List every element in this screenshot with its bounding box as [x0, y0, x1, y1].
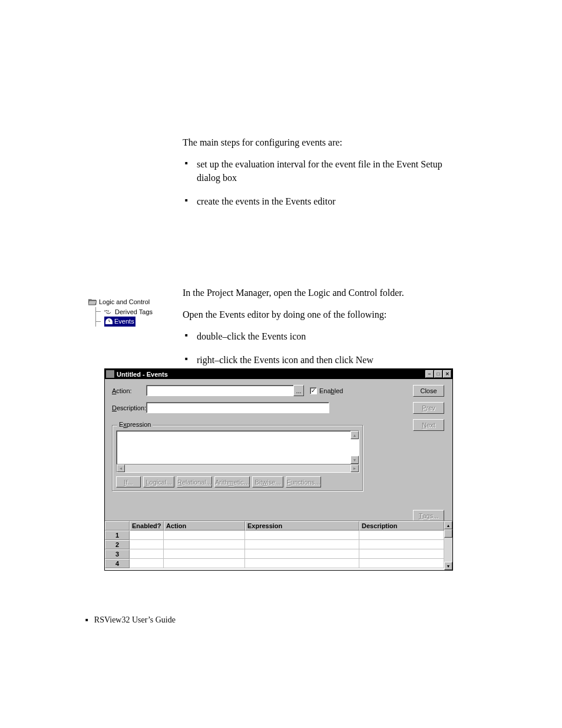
footer-text: RSView32 User’s Guide: [94, 615, 176, 625]
cell[interactable]: [359, 531, 444, 540]
horizontal-scrollbar[interactable]: ◄ ►: [117, 464, 359, 472]
arithmetic-button[interactable]: Arithmetic...: [214, 476, 250, 487]
expression-textarea[interactable]: ▲ ▼ ◄ ►: [116, 430, 359, 473]
folder-open-icon: [88, 299, 97, 305]
enabled-label: Enabled: [319, 387, 343, 394]
action-browse-button[interactable]: ...: [293, 385, 304, 396]
cell[interactable]: [130, 559, 164, 568]
intro-paragraph: The main steps for configuring events ar…: [183, 136, 459, 149]
derived-tags-icon: x=y: [104, 308, 113, 315]
table-row[interactable]: 2: [105, 540, 444, 549]
bullet-create-events: create the events in the Events editor: [197, 195, 459, 208]
tree-label: Derived Tags: [115, 307, 153, 317]
col-action[interactable]: Action: [164, 521, 245, 531]
row-header[interactable]: 4: [105, 559, 130, 568]
cell[interactable]: [359, 549, 444, 559]
events-editor-window: Untitled - Events − □ ✕ Action: ... ✓ En…: [104, 368, 453, 571]
page-footer: ■ RSView32 User’s Guide: [85, 615, 176, 625]
cell[interactable]: [245, 531, 359, 540]
cell[interactable]: [359, 559, 444, 568]
col-enabled[interactable]: Enabled?: [130, 521, 164, 531]
scroll-down-button[interactable]: ▼: [351, 456, 359, 464]
titlebar[interactable]: Untitled - Events − □ ✕: [105, 369, 452, 379]
col-expression[interactable]: Expression: [245, 521, 359, 531]
tree-node-logic-control[interactable]: Logic and Control: [88, 297, 165, 307]
cell[interactable]: [164, 540, 245, 549]
cell[interactable]: [245, 549, 359, 559]
checkbox-icon: ✓: [310, 387, 317, 394]
bitwise-button[interactable]: Bitwise...: [252, 476, 283, 487]
grid-scrollbar[interactable]: ▲ ▼: [444, 521, 452, 570]
cell[interactable]: [164, 531, 245, 540]
bullet-icon: ■: [85, 617, 88, 622]
tree-label: Events: [114, 317, 134, 327]
grid-header: Enabled? Action Expression Description: [105, 521, 444, 531]
prev-button[interactable]: Prev: [413, 402, 444, 414]
description-input[interactable]: [146, 402, 329, 413]
paragraph-open-editor: Open the Events editor by doing one of t…: [183, 308, 489, 321]
logical-button[interactable]: Logical...: [143, 476, 174, 487]
bullet-double-click: double–click the Events icon: [197, 330, 489, 343]
minimize-button[interactable]: −: [425, 370, 434, 378]
cell[interactable]: [130, 531, 164, 540]
row-header[interactable]: 2: [105, 540, 130, 549]
restore-button[interactable]: □: [434, 370, 442, 378]
cell[interactable]: [130, 549, 164, 559]
cell[interactable]: [164, 559, 245, 568]
grid-corner[interactable]: [105, 521, 130, 531]
scroll-left-button[interactable]: ◄: [117, 465, 125, 472]
bullet-right-click: right–click the Events icon and then cli…: [197, 353, 489, 367]
tree-label: Logic and Control: [99, 297, 150, 307]
window-icon: [106, 370, 114, 378]
window-title: Untitled - Events: [117, 371, 168, 378]
tags-button[interactable]: Tags...: [413, 510, 444, 522]
description-label: Description:: [112, 404, 146, 411]
project-tree: Logic and Control x=y Derived Tags Event…: [88, 297, 165, 327]
scroll-right-button[interactable]: ►: [351, 465, 359, 472]
table-row[interactable]: 4: [105, 559, 444, 568]
action-label: Action:: [112, 387, 146, 394]
table-row[interactable]: 3: [105, 549, 444, 559]
tree-node-derived-tags[interactable]: x=y Derived Tags: [95, 307, 165, 317]
relational-button[interactable]: Relational...: [177, 476, 212, 487]
functions-button[interactable]: Functions...: [286, 476, 321, 487]
col-description[interactable]: Description: [359, 521, 444, 531]
enabled-checkbox[interactable]: ✓ Enabled: [310, 387, 343, 394]
expression-group: Expression ▲ ▼ ◄ ► If... Logical... Rela…: [112, 425, 363, 492]
action-input[interactable]: [146, 385, 294, 396]
events-icon: [105, 318, 113, 324]
row-header[interactable]: 1: [105, 531, 130, 540]
table-row[interactable]: 1: [105, 531, 444, 540]
tree-node-events[interactable]: Events: [95, 317, 165, 327]
cell[interactable]: [164, 549, 245, 559]
scroll-up-button[interactable]: ▲: [444, 521, 452, 529]
expression-legend: Expression: [117, 421, 153, 428]
paragraph-open-folder: In the Project Manager, open the Logic a…: [183, 286, 489, 299]
cell[interactable]: [359, 540, 444, 549]
cell[interactable]: [245, 559, 359, 568]
svg-text:x=y: x=y: [104, 309, 109, 312]
scroll-up-button[interactable]: ▲: [351, 431, 359, 439]
cell[interactable]: [245, 540, 359, 549]
bullet-setup-interval: set up the evaluation interval for the e…: [197, 157, 459, 185]
row-header[interactable]: 3: [105, 549, 130, 559]
next-button[interactable]: Next: [413, 419, 444, 431]
cell[interactable]: [130, 540, 164, 549]
close-window-button[interactable]: ✕: [443, 370, 451, 378]
if-button[interactable]: If...: [116, 476, 141, 487]
events-grid: Enabled? Action Expression Description 1…: [105, 521, 452, 570]
scroll-thumb[interactable]: [444, 529, 452, 538]
scroll-down-button[interactable]: ▼: [444, 562, 452, 570]
close-button[interactable]: Close: [413, 385, 444, 397]
